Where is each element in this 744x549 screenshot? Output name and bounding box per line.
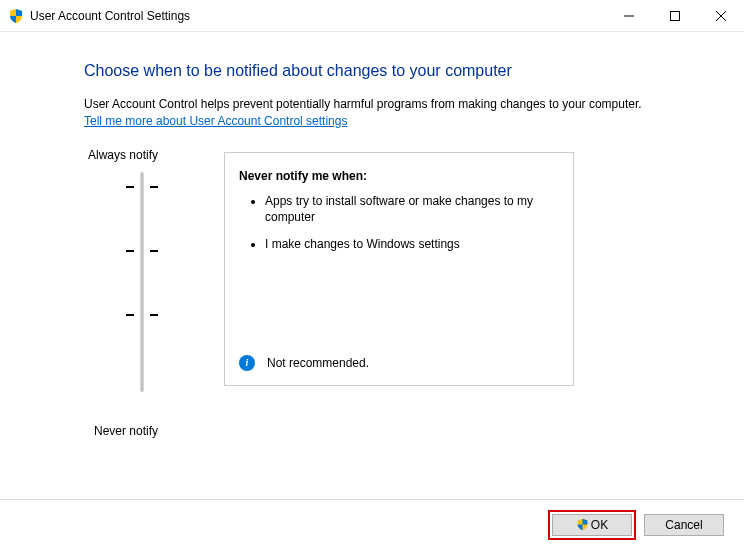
ok-label: OK <box>591 518 608 532</box>
svg-rect-1 <box>671 11 680 20</box>
window-title: User Account Control Settings <box>30 9 190 23</box>
detail-title: Never notify me when: <box>239 169 559 183</box>
recommendation-text: Not recommended. <box>267 356 369 370</box>
uac-slider[interactable] <box>122 172 162 392</box>
detail-item: Apps try to install software or make cha… <box>265 193 559 227</box>
info-icon: i <box>239 355 255 371</box>
detail-item: I make changes to Windows settings <box>265 236 559 253</box>
cancel-button[interactable]: Cancel <box>644 514 724 536</box>
maximize-button[interactable] <box>652 0 698 31</box>
shield-icon <box>576 518 589 531</box>
shield-icon <box>8 8 24 24</box>
slider-top-label: Always notify <box>88 148 204 162</box>
detail-panel: Never notify me when: Apps try to instal… <box>224 152 574 386</box>
cancel-label: Cancel <box>665 518 702 532</box>
close-button[interactable] <box>698 0 744 31</box>
minimize-button[interactable] <box>606 0 652 31</box>
ok-button[interactable]: OK <box>552 514 632 536</box>
page-description: User Account Control helps prevent poten… <box>84 97 642 111</box>
title-bar: User Account Control Settings <box>0 0 744 32</box>
slider-bottom-label: Never notify <box>94 424 204 438</box>
learn-more-link[interactable]: Tell me more about User Account Control … <box>84 114 347 128</box>
footer-bar: OK Cancel <box>0 499 744 549</box>
page-heading: Choose when to be notified about changes… <box>84 62 706 80</box>
